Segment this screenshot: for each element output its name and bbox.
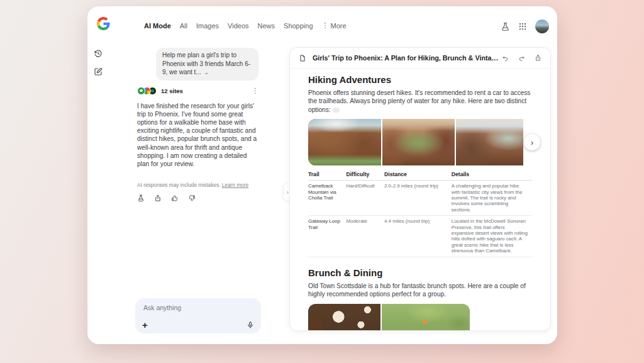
brunch-heading: Brunch & Dining <box>308 267 532 278</box>
col-distance: Distance <box>384 169 452 181</box>
learn-more-link[interactable]: Learn more <box>222 182 248 188</box>
col-difficulty: Difficulty <box>347 169 385 181</box>
google-logo[interactable] <box>97 17 110 30</box>
hiking-photo-3[interactable] <box>456 119 523 165</box>
ai-response-text: I have finished the research for your gi… <box>137 102 258 169</box>
cell-trail: Gateway Loop Trail <box>308 216 347 257</box>
chevron-down-icon[interactable]: ⌄ <box>204 69 209 75</box>
carousel-next-button[interactable]: › <box>524 134 540 150</box>
doc-body: Hiking Adventures Phoenix offers stunnin… <box>290 69 550 330</box>
more-label: More <box>331 22 347 30</box>
table-row: Gateway Loop Trail Moderate 4.4 miles (r… <box>308 216 532 257</box>
avatar[interactable] <box>535 20 549 33</box>
document-icon <box>299 54 306 62</box>
hiking-table: Trail Difficulty Distance Details Camelb… <box>308 169 532 257</box>
brunch-photo-1[interactable] <box>308 304 380 331</box>
tab-images[interactable]: Images <box>196 22 219 30</box>
hiking-body: Phoenix offers stunning desert hikes. It… <box>308 89 532 114</box>
export-icon[interactable] <box>535 54 541 62</box>
cell-difficulty: Moderate <box>347 216 385 257</box>
hiking-photo-1[interactable] <box>308 119 381 165</box>
user-query-bubble[interactable]: Help me plan a girl's trip to Phoenix wi… <box>156 48 258 81</box>
table-row: Camelback Mountain via Cholla Trail Hard… <box>308 181 532 216</box>
desktop-background: AI Mode All Images Videos News Shopping … <box>0 0 644 363</box>
thumbs-down-icon[interactable] <box>188 194 196 202</box>
tab-ai-mode[interactable]: AI Mode <box>144 22 171 30</box>
new-chat-icon[interactable] <box>94 67 103 76</box>
tab-more[interactable]: ⋮ More <box>322 21 347 30</box>
sources-row: 12 sites ⋮ <box>137 87 258 96</box>
brunch-photo-2[interactable] <box>382 304 470 331</box>
add-attachment-button[interactable]: + <box>142 320 148 330</box>
doc-header: Girls' Trip to Phoenix: A Plan for Hikin… <box>290 48 550 69</box>
cell-trail: Camelback Mountain via Cholla Trail <box>308 181 347 216</box>
plan-document-panel: Girls' Trip to Phoenix: A Plan for Hikin… <box>289 47 551 331</box>
col-details: Details <box>452 169 532 181</box>
mic-icon[interactable] <box>247 320 254 330</box>
tab-videos[interactable]: Videos <box>228 22 248 30</box>
cell-distance: 2.0-2.9 miles (round trip) <box>384 181 452 216</box>
search-tabs: AI Mode All Images Videos News Shopping … <box>144 21 347 30</box>
labs-feedback-icon[interactable] <box>137 194 145 202</box>
hiking-heading: Hiking Adventures <box>308 74 532 85</box>
brunch-body: Old Town Scottsdale is a hub for fantast… <box>308 282 532 299</box>
brunch-image-strip <box>308 304 470 331</box>
undo-icon[interactable] <box>502 55 509 62</box>
doc-title: Girls' Trip to Phoenix: A Plan for Hikin… <box>313 54 502 62</box>
hiking-photo-2[interactable] <box>382 119 455 165</box>
ai-disclaimer: AI responses may include mistakes. Learn… <box>137 182 258 188</box>
browser-window: AI Mode All Images Videos News Shopping … <box>87 6 557 344</box>
citation-chip[interactable] <box>333 108 340 113</box>
hiking-table-header-row: Trail Difficulty Distance Details <box>308 169 532 181</box>
hiking-image-carousel: › <box>308 119 532 165</box>
tab-news[interactable]: News <box>258 22 275 30</box>
cell-details: Located in the McDowell Sonoran Preserve… <box>452 216 532 257</box>
more-dots-icon: ⋮ <box>322 21 329 30</box>
hiking-image-strip <box>308 119 532 165</box>
source-favicons[interactable] <box>137 87 157 95</box>
apps-grid-icon[interactable] <box>518 22 527 31</box>
tab-all[interactable]: All <box>180 22 187 30</box>
hiking-body-text: Phoenix offers stunning desert hikes. It… <box>308 89 530 113</box>
redo-icon[interactable] <box>518 55 525 62</box>
chat-thread: Help me plan a girl's trip to Phoenix wi… <box>137 48 258 202</box>
cell-details: A challenging and popular hike with fant… <box>452 181 532 216</box>
overflow-menu-icon[interactable]: ⋮ <box>252 87 258 94</box>
share-icon[interactable] <box>154 194 162 202</box>
sites-count[interactable]: 12 sites <box>161 87 183 94</box>
disclaimer-text: AI responses may include mistakes. <box>137 182 222 188</box>
left-rail <box>94 49 103 76</box>
col-trail: Trail <box>308 169 347 181</box>
doc-actions <box>502 54 541 62</box>
labs-icon[interactable] <box>501 22 510 31</box>
response-actions <box>137 194 258 202</box>
cell-distance: 4.4 miles (round trip) <box>384 216 452 257</box>
cell-difficulty: Hard/Difficult <box>347 181 385 216</box>
ask-anything-box[interactable]: + <box>135 298 261 333</box>
site-favicon-1 <box>137 87 145 95</box>
tab-shopping[interactable]: Shopping <box>284 22 313 30</box>
top-right-actions <box>501 20 549 33</box>
history-icon[interactable] <box>94 49 103 58</box>
ask-input[interactable] <box>143 304 252 311</box>
thumbs-up-icon[interactable] <box>171 194 179 202</box>
